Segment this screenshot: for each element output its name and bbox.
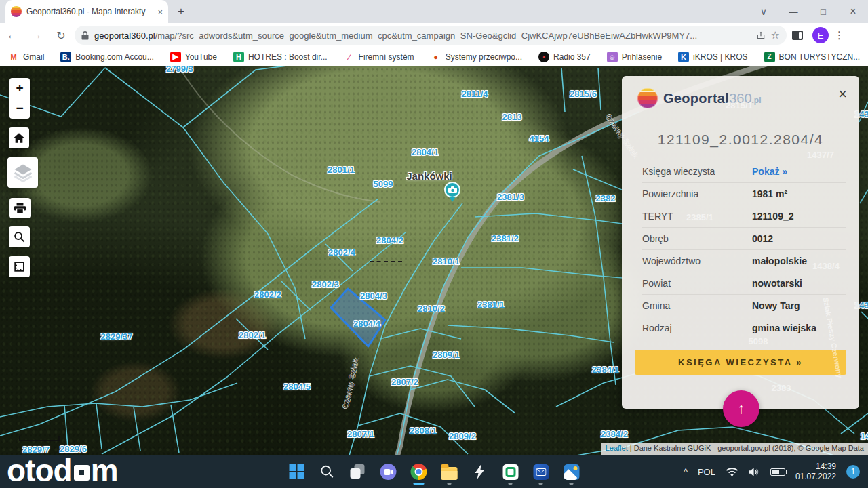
start-button[interactable] [288,458,307,485]
system-tray: ^ POL 14:39 01.07.2022 1 [684,455,868,488]
browser-menu-icon[interactable]: ⋮ [834,29,844,41]
browser-tab[interactable]: Geoportal360.pl - Mapa Interakty × [5,0,168,23]
taskbar-search-button[interactable] [318,458,337,485]
parcel-label: 2804/3 [360,291,387,301]
window-dropdown-icon[interactable]: ∨ [749,7,778,17]
attribute-label: Rodzaj [642,323,752,333]
map-attribution: Leaflet | Dane Kastralne GUGiK - geoport… [601,443,868,455]
bookmark-item[interactable]: KiKROS | KROS [678,52,747,62]
panel-close-icon[interactable]: × [838,87,847,102]
bookmark-label: iKROS | KROS [693,52,747,62]
chrome-taskbar-button[interactable] [410,458,429,485]
address-bar[interactable]: geoportal360.pl/map/?src=adwords&utm_sou… [75,26,787,45]
bookmark-item[interactable]: ▶YouTube [170,52,217,62]
bookmark-item[interactable]: HHOTRES : Boost dir... [233,52,328,62]
hotres-icon: H [233,52,244,62]
bookmark-item[interactable]: ●Systemy przeciwpo... [431,52,522,62]
tab-close-icon[interactable]: × [157,7,163,17]
tab-title: Geoportal360.pl - Mapa Interakty [26,7,153,16]
zoom-in-button[interactable]: + [9,78,30,98]
windows-taskbar: otodm [0,455,868,488]
mail-app-button[interactable] [532,458,551,485]
bookmark-item[interactable]: ●Radio 357 [538,52,591,62]
parcel-attribute-row: Powiatnowotarski [642,272,846,294]
language-indicator[interactable]: POL [698,467,715,477]
share-icon[interactable] [756,30,766,40]
print-button[interactable] [9,198,31,218]
task-view-icon [351,464,366,479]
printer-icon [14,203,26,214]
bookmark-star-icon[interactable]: ☆ [771,29,780,41]
reload-icon[interactable]: ↻ [49,29,73,42]
chat-button[interactable] [379,458,398,485]
geoportal-globe-icon [637,88,658,108]
profile-avatar[interactable]: E [812,27,829,43]
bookmark-item[interactable]: ☺Prihlásenie [607,52,662,62]
bookmark-item[interactable]: B.Booking.com Accou... [60,52,153,62]
folder-icon [441,467,458,480]
tray-expand-icon[interactable]: ^ [684,467,688,476]
ksiega-wieczysta-button[interactable]: KSIĘGA WIECZYSTA » [635,350,846,375]
search-icon [14,231,25,243]
watermark-text: otod [7,452,72,488]
fire-systems-icon: ● [431,52,441,62]
photos-app-button[interactable] [562,458,581,485]
parcel-label: 2802/4 [328,247,355,258]
parcel-attribute-row: Powierzchnia1981 m² [642,182,846,205]
volume-icon[interactable] [749,467,760,477]
place-label: Jankówki [406,170,452,182]
bookmark-item[interactable]: ∕Firemní systém [344,52,414,62]
parcel-label: 2808/1 [410,426,437,436]
parcel-label: 2804/5 [283,382,311,392]
parcel-label: 2829/6 [60,444,87,454]
task-view-button[interactable] [349,458,368,485]
photos-icon [564,464,579,480]
parcel-attribute-row: Rodzajgmina wiejska [642,317,846,339]
parcel-attribute-row: Obręb0012 [642,227,846,249]
bookmark-item[interactable]: MGmail [8,52,44,62]
forward-icon[interactable]: → [24,29,49,41]
file-explorer-button[interactable] [440,458,459,485]
map-search-button[interactable] [9,226,30,247]
parcel-label: 2381/3 [497,192,524,202]
home-button[interactable] [9,127,29,148]
open-indicator [570,483,574,485]
snipping-app-button[interactable] [501,458,520,485]
window-close-icon[interactable]: × [838,5,868,18]
url-host: geoportal360.pl [94,30,155,41]
ghost-label: 1437/7 [807,150,834,160]
trail [180,68,380,202]
measure-button[interactable] [9,256,30,277]
attribute-label: Województwo [642,256,752,266]
side-panel-icon[interactable] [792,30,803,40]
new-tab-button[interactable]: + [178,5,184,18]
geoportal-favicon-icon [11,6,22,17]
bookmark-item[interactable]: ZBON TURYSTYCZN... [764,52,861,62]
map-canvas[interactable]: 2799/32811/42815/6281341542804/12801/150… [0,66,868,455]
map-scale-bar [19,436,60,441]
zoom-control: + − [9,78,30,119]
zoom-out-button[interactable]: − [9,98,30,119]
parcel-label: 2804/1 [412,147,439,157]
parcel-label: 2807/1 [347,429,374,439]
battery-icon[interactable] [770,468,785,476]
parcel-label: 2810/2 [418,304,445,314]
wifi-icon[interactable] [726,467,738,477]
window-controls: ∨ — □ × [749,0,868,23]
layers-button[interactable] [7,157,38,188]
scroll-up-fab[interactable]: ↑ [723,390,760,427]
back-icon[interactable]: ← [0,29,24,41]
window-restore-icon[interactable]: □ [808,7,838,17]
quick-connect-button[interactable] [471,458,490,485]
photo-marker[interactable] [444,182,460,198]
gmail-icon: M [8,52,19,62]
taskbar-clock[interactable]: 14:39 01.07.2022 [795,462,836,482]
ghost-label: 2815/1 [726,100,753,110]
notification-badge[interactable]: 1 [846,465,860,479]
bookmark-label: HOTRES : Boost dir... [248,52,328,62]
bookmark-label: Firemní systém [359,52,414,62]
window-minimize-icon[interactable]: — [778,7,808,17]
leaflet-link[interactable]: Leaflet [606,444,628,452]
radio-357-icon: ● [538,52,549,62]
pokaz-link[interactable]: Pokaż » [752,166,846,177]
